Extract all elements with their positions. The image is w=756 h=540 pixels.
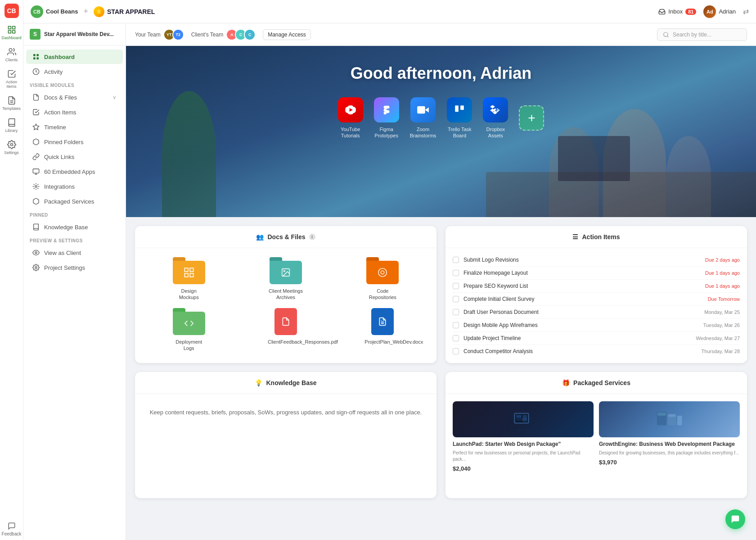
knowledge-base-header: 💡 Knowledge Base	[135, 372, 436, 394]
your-team-group: Your Team YT T2	[135, 29, 184, 41]
hero-app-youtube[interactable]: YouTubeTutorials	[338, 97, 363, 139]
chat-fab-button[interactable]	[725, 509, 745, 529]
launchpad-image	[453, 401, 594, 437]
action-checkbox-6[interactable]	[453, 322, 459, 328]
sidebar-activity-label: Activity	[44, 68, 63, 75]
action-text-6: Design Mobile App Wireframes	[464, 322, 699, 328]
sidebar-docs-label: Docs & Files	[44, 94, 77, 101]
action-item-6: Design Mobile App Wireframes Tuesday, Ma…	[453, 319, 740, 332]
sidebar-project[interactable]: S Star Apparel Website Dev...	[23, 23, 126, 45]
packaged-services-header: 🎁 Packaged Services	[446, 372, 747, 394]
svg-rect-46	[668, 414, 675, 417]
sidebar-item-view-as-client[interactable]: View as Client	[26, 245, 123, 260]
svg-rect-0	[8, 27, 11, 29]
doc-item-deployment-logs[interactable]: Deployment Logs	[144, 308, 234, 352]
action-checkbox-4[interactable]	[453, 296, 459, 302]
docx-icon	[371, 308, 394, 335]
action-checkbox-2[interactable]	[453, 270, 459, 276]
project-brand[interactable]: ⭐ STAR APPAREL	[94, 6, 155, 17]
hero-app-trello[interactable]: Trello TaskBoard	[447, 97, 472, 139]
action-due-1: Due 2 days ago	[705, 257, 740, 263]
user-menu[interactable]: Ad Adrian	[703, 5, 736, 18]
sidebar-item-quick-links[interactable]: Quick Links	[26, 150, 123, 164]
doc-item-project-plan[interactable]: ProjectPlan_WebDev.docx	[338, 308, 428, 352]
doc-item-client-feedback[interactable]: ClientFeedback_Responses.pdf	[241, 308, 330, 352]
cool-beans-logo[interactable]: CB Cool Beans	[31, 5, 78, 18]
feedback-label: Feedback	[2, 531, 22, 536]
sidebar-item-integrations[interactable]: Integrations	[26, 179, 123, 194]
action-text-3: Prepare SEO Keyword List	[464, 283, 701, 289]
hero-app-dropbox[interactable]: DropboxAssets	[483, 97, 508, 139]
action-item-4: Complete Initial Client Survey Due Tomor…	[453, 293, 740, 306]
action-due-3: Due 1 days ago	[705, 283, 740, 289]
sidebar-item-action-items[interactable]: Action Items	[26, 105, 123, 119]
rail-item-clients[interactable]: Clients	[0, 44, 23, 66]
manage-access-button[interactable]: Manage Access	[263, 29, 311, 40]
action-checkbox-7[interactable]	[453, 335, 459, 341]
action-due-5: Monday, Mar 25	[704, 309, 740, 315]
svg-point-19	[35, 267, 37, 268]
svg-rect-8	[33, 54, 36, 56]
svg-rect-2	[8, 31, 11, 33]
packaged-services-title: Packaged Services	[573, 379, 630, 386]
rail-item-library[interactable]: Library	[0, 114, 23, 136]
project-icon: S	[30, 29, 40, 40]
doc-item-code-repos[interactable]: Code Repositories	[338, 257, 428, 301]
sidebar-item-timeline[interactable]: Timeline	[26, 120, 123, 134]
hero-app-add[interactable]: +	[519, 105, 544, 131]
action-text-7: Update Project Timeline	[464, 335, 692, 341]
feedback-button[interactable]: Feedback	[0, 518, 25, 540]
docs-files-header: 👥 Docs & Files i	[135, 226, 436, 248]
svg-rect-23	[417, 106, 425, 113]
package-launchpad[interactable]: LaunchPad: Starter Web Design Package" P…	[453, 401, 594, 472]
svg-rect-24	[455, 105, 459, 112]
hero-app-zoom[interactable]: ZoomBrainstorms	[410, 97, 436, 139]
action-checkbox-1[interactable]	[453, 257, 459, 263]
visible-modules-label: Visible Modules	[23, 79, 126, 90]
rail-item-action-items[interactable]: Action Items	[0, 66, 23, 92]
main-wrapper: CB Cool Beans + ⭐ STAR APPAREL Inbox 81 …	[23, 0, 756, 540]
sidebar-item-packaged-services[interactable]: Packaged Services	[26, 194, 123, 209]
package-growthengine[interactable]: GrowthEngine: Business Web Development P…	[599, 401, 740, 472]
client-meetings-folder	[270, 257, 302, 284]
doc-item-client-meetings[interactable]: Client Meetings Archives	[241, 257, 330, 301]
rail-item-templates[interactable]: Templates	[0, 92, 23, 114]
launchpad-title: LaunchPad: Starter Web Design Package"	[453, 441, 594, 448]
clients-team-label: Client's Team	[191, 32, 223, 38]
inbox-button[interactable]: Inbox 81	[658, 8, 696, 15]
sidebar-item-pinned-folders[interactable]: Pinned Folders	[26, 135, 123, 149]
sidebar-item-embedded-apps[interactable]: 60 Embedded Apps	[26, 164, 123, 179]
sidebar-item-knowledge-base[interactable]: Knowledge Base	[26, 220, 123, 234]
transfer-icon[interactable]: ⇄	[743, 7, 749, 16]
dropbox-label: DropboxAssets	[486, 126, 505, 139]
deployment-logs-folder	[173, 308, 205, 335]
svg-rect-38	[516, 415, 522, 417]
app-logo[interactable]: CB	[4, 4, 19, 18]
rail-item-projects[interactable]: Dashboard	[0, 22, 23, 44]
sidebar-item-activity[interactable]: Activity	[26, 64, 123, 79]
brand-name: STAR APPAREL	[107, 8, 155, 15]
svg-rect-41	[522, 415, 527, 421]
sidebar-item-dashboard[interactable]: Dashboard	[26, 50, 123, 64]
doc-item-design-mockups[interactable]: Design Mockups	[144, 257, 234, 301]
docs-info-dot[interactable]: i	[309, 234, 315, 240]
add-project-plus[interactable]: +	[84, 7, 89, 16]
rail-item-settings[interactable]: Settings	[0, 136, 23, 159]
action-checkbox-8[interactable]	[453, 348, 459, 354]
code-repos-folder	[366, 257, 399, 284]
action-items-header: ☰ Action Items	[446, 226, 747, 248]
svg-point-20	[664, 32, 668, 36]
svg-rect-40	[516, 420, 523, 421]
hero-greeting: Good afternoon, Adrian	[351, 64, 532, 83]
monitor	[558, 136, 630, 181]
project-plan-label: ProjectPlan_WebDev.docx	[364, 339, 400, 345]
action-items-header-icon: ☰	[572, 233, 578, 241]
hero-app-figma[interactable]: FigmaPrototypes	[374, 97, 399, 139]
sidebar-item-project-settings[interactable]: Project Settings	[26, 260, 123, 275]
search-box[interactable]: Search by title...	[657, 28, 747, 41]
action-checkbox-3[interactable]	[453, 283, 459, 289]
sidebar-item-docs-files[interactable]: Docs & Files ∨	[26, 90, 123, 104]
action-checkbox-5[interactable]	[453, 309, 459, 315]
your-team-avatars: YT T2	[163, 29, 184, 41]
docs-expand-icon: ∨	[112, 94, 117, 100]
